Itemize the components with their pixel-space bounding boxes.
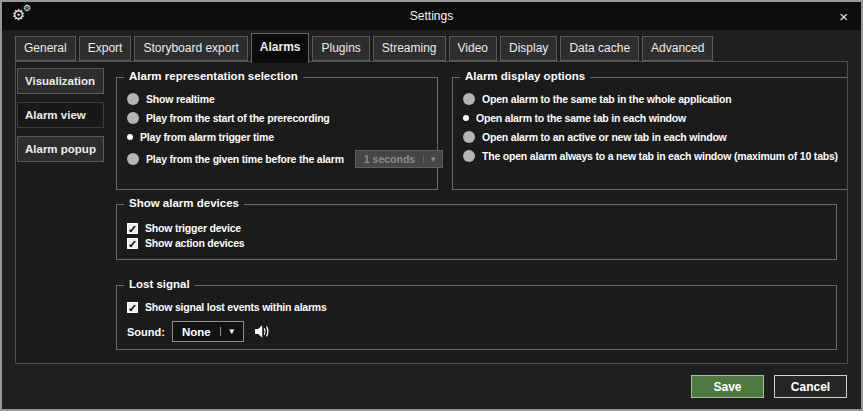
chevron-down-icon: ▼ bbox=[220, 327, 243, 336]
speaker-icon[interactable] bbox=[254, 324, 271, 339]
radio-icon bbox=[127, 134, 133, 140]
sound-dropdown[interactable]: None ▼ bbox=[172, 321, 244, 342]
settings-gears-icon: ⚙ ⚙ bbox=[12, 6, 34, 26]
window-title: Settings bbox=[2, 9, 861, 23]
tab-streaming[interactable]: Streaming bbox=[373, 36, 446, 61]
radio-active-or-new-tab[interactable]: Open alarm to an active or new tab in ea… bbox=[463, 131, 838, 143]
settings-window: ⚙ ⚙ Settings × General Export Storyboard… bbox=[0, 0, 863, 411]
radio-label: Play from the start of the prerecording bbox=[146, 112, 330, 124]
checkbox-label: Show signal lost events within alarms bbox=[145, 301, 327, 313]
sidebar-item-alarm-view[interactable]: Alarm view bbox=[17, 102, 104, 128]
radio-label: Show realtime bbox=[146, 93, 215, 105]
checkbox-icon bbox=[127, 238, 138, 249]
radio-icon bbox=[127, 153, 139, 165]
settings-main: Alarm representation selection Show real… bbox=[104, 62, 847, 363]
tab-display[interactable]: Display bbox=[500, 36, 557, 61]
tab-plugins[interactable]: Plugins bbox=[312, 36, 369, 61]
group-alarm-display-options: Alarm display options Open alarm to the … bbox=[452, 77, 847, 190]
group-lost-signal: Lost signal Show signal lost events with… bbox=[116, 285, 837, 350]
group-title: Show alarm devices bbox=[124, 197, 244, 209]
checkbox-icon bbox=[127, 223, 138, 234]
radio-play-from-trigger-time[interactable]: Play from alarm trigger time bbox=[127, 131, 427, 143]
footer: Save Cancel bbox=[2, 364, 861, 409]
radio-icon bbox=[463, 150, 475, 162]
radio-play-from-prerecording[interactable]: Play from the start of the prerecording bbox=[127, 112, 427, 124]
tab-advanced[interactable]: Advanced bbox=[642, 36, 713, 61]
radio-icon bbox=[463, 131, 475, 143]
radio-show-realtime[interactable]: Show realtime bbox=[127, 93, 427, 105]
group-show-alarm-devices: Show alarm devices Show trigger device S… bbox=[116, 204, 837, 260]
checkbox-label: Show trigger device bbox=[145, 222, 241, 234]
tab-export[interactable]: Export bbox=[79, 36, 132, 61]
radio-label: Play from the given time before the alar… bbox=[146, 153, 344, 165]
radio-icon bbox=[127, 93, 139, 105]
radio-icon bbox=[127, 112, 139, 124]
sidebar-item-alarm-popup[interactable]: Alarm popup bbox=[17, 136, 104, 162]
group-title: Alarm display options bbox=[460, 70, 590, 82]
sidebar: Visualization Alarm view Alarm popup bbox=[16, 62, 104, 363]
tab-bar: General Export Storyboard export Alarms … bbox=[2, 30, 861, 61]
tab-general[interactable]: General bbox=[15, 36, 76, 61]
dropdown-value: None bbox=[173, 326, 220, 338]
chevron-down-icon: ▼ bbox=[423, 155, 442, 164]
radio-label: Open alarm to the same tab in the whole … bbox=[482, 93, 731, 105]
tab-alarms[interactable]: Alarms bbox=[251, 33, 310, 63]
group-title: Lost signal bbox=[124, 278, 195, 290]
sound-label: Sound: bbox=[127, 326, 165, 338]
checkbox-show-trigger-device[interactable]: Show trigger device bbox=[127, 222, 826, 234]
radio-play-given-time-before[interactable]: Play from the given time before the alar… bbox=[127, 150, 427, 168]
content-panel: Visualization Alarm view Alarm popup Ala… bbox=[15, 61, 848, 364]
checkbox-show-signal-lost-events[interactable]: Show signal lost events within alarms bbox=[127, 301, 826, 313]
checkbox-label: Show action devices bbox=[145, 237, 244, 249]
group-alarm-representation: Alarm representation selection Show real… bbox=[116, 77, 438, 190]
radio-icon bbox=[463, 93, 475, 105]
tab-data-cache[interactable]: Data cache bbox=[560, 36, 639, 61]
radio-label: Play from alarm trigger time bbox=[140, 131, 274, 143]
tab-storyboard-export[interactable]: Storyboard export bbox=[134, 36, 247, 61]
tab-video[interactable]: Video bbox=[449, 36, 497, 61]
gear-small-icon: ⚙ bbox=[23, 4, 31, 13]
radio-always-new-tab[interactable]: The open alarm always to a new tab in ea… bbox=[463, 150, 838, 162]
dropdown-value: 1 seconds bbox=[356, 153, 423, 165]
radio-same-tab-whole-application[interactable]: Open alarm to the same tab in the whole … bbox=[463, 93, 838, 105]
radio-icon bbox=[463, 115, 469, 121]
close-icon[interactable]: × bbox=[836, 9, 851, 24]
save-button[interactable]: Save bbox=[691, 375, 764, 398]
radio-label: Open alarm to an active or new tab in ea… bbox=[482, 131, 727, 143]
cancel-button[interactable]: Cancel bbox=[774, 375, 847, 398]
checkbox-icon bbox=[127, 302, 138, 313]
group-title: Alarm representation selection bbox=[124, 70, 303, 82]
sound-row: Sound: None ▼ bbox=[127, 321, 826, 342]
sidebar-item-visualization[interactable]: Visualization bbox=[17, 68, 104, 94]
radio-label: Open alarm to the same tab in each windo… bbox=[476, 112, 686, 124]
radio-same-tab-each-window[interactable]: Open alarm to the same tab in each windo… bbox=[463, 112, 838, 124]
checkbox-show-action-devices[interactable]: Show action devices bbox=[127, 237, 826, 249]
radio-label: The open alarm always to a new tab in ea… bbox=[482, 150, 838, 162]
titlebar: ⚙ ⚙ Settings × bbox=[2, 2, 861, 30]
time-before-alarm-dropdown: 1 seconds ▼ bbox=[355, 150, 443, 168]
